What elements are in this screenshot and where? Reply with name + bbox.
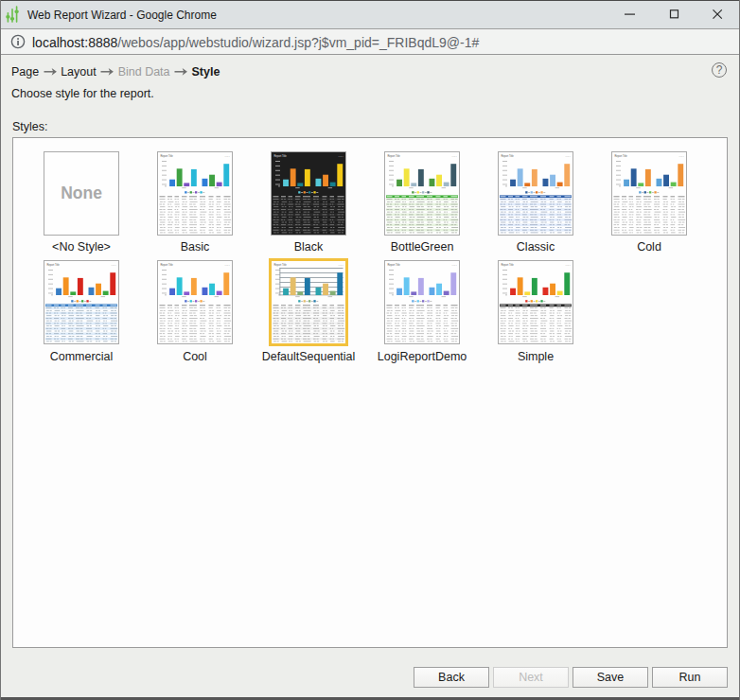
svg-text:1 of 1: 1 of 1 <box>338 264 344 266</box>
svg-text:Report Title: Report Title <box>161 263 174 267</box>
svg-text:Report Title: Report Title <box>388 263 401 267</box>
svg-text:Report Title: Report Title <box>161 154 174 158</box>
svg-text:Report Title: Report Title <box>615 154 628 158</box>
svg-text:1 of 1: 1 of 1 <box>338 155 344 157</box>
svg-text:1 of 1: 1 of 1 <box>111 264 116 266</box>
svg-text:1 of 1: 1 of 1 <box>451 155 457 157</box>
svg-text:1 of 1: 1 of 1 <box>565 155 571 157</box>
svg-text:1 of 1: 1 of 1 <box>565 264 571 266</box>
svg-text:1 of 1: 1 of 1 <box>451 264 457 266</box>
svg-text:1 of 1: 1 of 1 <box>224 155 230 157</box>
svg-text:1 of 1: 1 of 1 <box>678 155 684 157</box>
svg-text:Report Title: Report Title <box>502 154 515 158</box>
svg-text:1 of 1: 1 of 1 <box>224 264 230 266</box>
svg-text:Report Title: Report Title <box>47 263 61 267</box>
svg-text:Report Title: Report Title <box>388 154 401 158</box>
svg-text:Report Title: Report Title <box>502 263 515 267</box>
svg-text:Report Title: Report Title <box>274 154 288 158</box>
svg-text:Report Title: Report Title <box>274 263 288 267</box>
